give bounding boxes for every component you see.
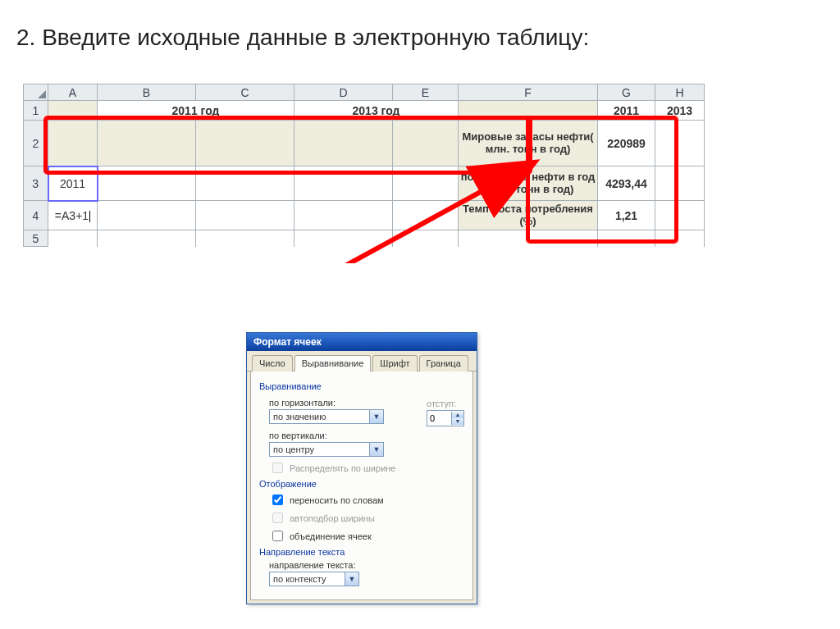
cell-G5[interactable] bbox=[598, 230, 655, 247]
col-header-E[interactable]: E bbox=[393, 84, 459, 101]
cell-B2[interactable] bbox=[98, 121, 196, 166]
cell-F2[interactable]: Мировые запасы нефти( млн. тонн в год) bbox=[459, 121, 598, 166]
cell-E2[interactable] bbox=[393, 121, 459, 166]
cell-F4[interactable]: Темп роста потребления (%) bbox=[459, 201, 598, 230]
cell-A1[interactable] bbox=[48, 101, 98, 121]
cell-G1[interactable]: 2011 bbox=[598, 101, 655, 121]
cell-E4[interactable] bbox=[393, 201, 459, 230]
sheet-table[interactable]: A B C D E F G H 1 2011 год 2013 год 2011… bbox=[23, 84, 705, 247]
col-header-G[interactable]: G bbox=[598, 84, 655, 101]
cell-B1C1[interactable]: 2011 год bbox=[98, 101, 294, 121]
cell-A3[interactable]: 2011 bbox=[48, 166, 98, 201]
cell-G3[interactable]: 4293,44 bbox=[598, 166, 655, 201]
col-header-B[interactable]: B bbox=[98, 84, 196, 101]
slide-title: 2. Введите исходные данные в электронную… bbox=[16, 25, 824, 51]
cell-H1[interactable]: 2013 bbox=[655, 101, 705, 121]
cell-H3[interactable] bbox=[655, 166, 705, 201]
cell-G4[interactable]: 1,21 bbox=[598, 201, 655, 230]
cell-A4[interactable]: =A3+1 bbox=[48, 201, 98, 230]
cell-H4[interactable] bbox=[655, 201, 705, 230]
col-header-C[interactable]: C bbox=[196, 84, 294, 101]
cell-C3[interactable] bbox=[196, 166, 294, 201]
cell-C4[interactable] bbox=[196, 201, 294, 230]
row-header-5[interactable]: 5 bbox=[24, 230, 48, 247]
row-header-1[interactable]: 1 bbox=[24, 101, 48, 121]
cell-A5[interactable] bbox=[48, 230, 98, 247]
cell-C5[interactable] bbox=[196, 230, 294, 247]
col-header-D[interactable]: D bbox=[294, 84, 393, 101]
cell-G2[interactable]: 220989 bbox=[598, 121, 655, 166]
cell-D1E1[interactable]: 2013 год bbox=[294, 101, 459, 121]
cell-B3[interactable] bbox=[98, 166, 196, 201]
cell-E5[interactable] bbox=[393, 230, 459, 247]
cell-C2[interactable] bbox=[196, 121, 294, 166]
cell-D5[interactable] bbox=[294, 230, 393, 247]
cell-D4[interactable] bbox=[294, 201, 393, 230]
row-header-3[interactable]: 3 bbox=[24, 166, 48, 201]
cell-B4[interactable] bbox=[98, 201, 196, 230]
col-header-A[interactable]: A bbox=[48, 84, 98, 101]
cell-H5[interactable] bbox=[655, 230, 705, 247]
cell-E3[interactable] bbox=[393, 166, 459, 201]
cell-A4-text: =A3+1 bbox=[55, 209, 89, 222]
cell-B5[interactable] bbox=[98, 230, 196, 247]
cell-D3[interactable] bbox=[294, 166, 393, 201]
col-header-F[interactable]: F bbox=[459, 84, 598, 101]
cell-H2[interactable] bbox=[655, 121, 705, 166]
cell-A2[interactable] bbox=[48, 121, 98, 166]
row-header-4[interactable]: 4 bbox=[24, 201, 48, 230]
col-header-H[interactable]: H bbox=[655, 84, 705, 101]
cell-F1[interactable] bbox=[459, 101, 598, 121]
row-header-2[interactable]: 2 bbox=[24, 121, 48, 166]
cell-F3[interactable]: потребление нефти в год ( млн. тонн в го… bbox=[459, 166, 598, 201]
cell-F5[interactable] bbox=[459, 230, 598, 247]
cell-D2[interactable] bbox=[294, 121, 393, 166]
spreadsheet: A B C D E F G H 1 2011 год 2013 год 2011… bbox=[23, 84, 824, 247]
edit-caret bbox=[89, 211, 90, 222]
select-all-corner[interactable] bbox=[24, 84, 48, 101]
